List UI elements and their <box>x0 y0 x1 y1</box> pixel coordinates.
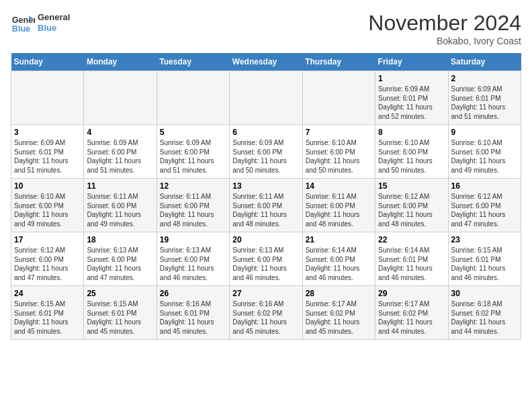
logo: General Blue General Blue <box>11 11 70 35</box>
calendar-cell: 23Sunrise: 6:15 AM Sunset: 6:01 PM Dayli… <box>448 232 521 286</box>
weekday-header: Wednesday <box>230 53 302 71</box>
day-number: 27 <box>232 289 299 298</box>
month-title: November 2024 <box>368 11 521 36</box>
day-info: Sunrise: 6:13 AM Sunset: 6:00 PM Dayligh… <box>87 246 153 282</box>
calendar-cell: 9Sunrise: 6:10 AM Sunset: 6:00 PM Daylig… <box>448 125 521 179</box>
calendar-week-row: 10Sunrise: 6:10 AM Sunset: 6:00 PM Dayli… <box>11 179 521 232</box>
weekday-header: Sunday <box>11 53 84 71</box>
weekday-header: Saturday <box>448 53 521 71</box>
day-number: 26 <box>160 289 226 298</box>
calendar-cell: 3Sunrise: 6:09 AM Sunset: 6:01 PM Daylig… <box>11 125 84 179</box>
calendar-cell: 2Sunrise: 6:09 AM Sunset: 6:01 PM Daylig… <box>448 71 521 125</box>
day-info: Sunrise: 6:11 AM Sunset: 6:00 PM Dayligh… <box>160 192 226 228</box>
calendar-cell: 16Sunrise: 6:12 AM Sunset: 6:00 PM Dayli… <box>448 179 521 232</box>
calendar-cell: 4Sunrise: 6:09 AM Sunset: 6:00 PM Daylig… <box>84 125 157 179</box>
day-number: 15 <box>378 181 445 191</box>
calendar-cell: 10Sunrise: 6:10 AM Sunset: 6:00 PM Dayli… <box>11 179 84 232</box>
title-block: November 2024 Bokabo, Ivory Coast <box>368 11 521 46</box>
day-number: 8 <box>378 128 445 137</box>
day-info: Sunrise: 6:09 AM Sunset: 6:00 PM Dayligh… <box>160 138 226 175</box>
day-info: Sunrise: 6:09 AM Sunset: 6:00 PM Dayligh… <box>87 138 153 175</box>
calendar-cell: 5Sunrise: 6:09 AM Sunset: 6:00 PM Daylig… <box>157 125 229 179</box>
weekday-header-row: SundayMondayTuesdayWednesdayThursdayFrid… <box>11 53 521 71</box>
logo-blue: Blue <box>38 23 70 34</box>
day-number: 23 <box>451 235 518 244</box>
day-number: 12 <box>160 181 226 191</box>
weekday-header: Friday <box>375 53 448 71</box>
day-info: Sunrise: 6:11 AM Sunset: 6:00 PM Dayligh… <box>232 192 299 228</box>
calendar-cell: 20Sunrise: 6:13 AM Sunset: 6:00 PM Dayli… <box>230 232 302 286</box>
calendar-cell: 12Sunrise: 6:11 AM Sunset: 6:00 PM Dayli… <box>157 179 229 232</box>
day-info: Sunrise: 6:12 AM Sunset: 6:00 PM Dayligh… <box>14 246 81 282</box>
calendar-table: SundayMondayTuesdayWednesdayThursdayFrid… <box>11 53 521 340</box>
calendar-cell: 8Sunrise: 6:10 AM Sunset: 6:00 PM Daylig… <box>375 125 448 179</box>
calendar-week-row: 1Sunrise: 6:09 AM Sunset: 6:01 PM Daylig… <box>11 71 521 125</box>
calendar-cell: 14Sunrise: 6:11 AM Sunset: 6:00 PM Dayli… <box>302 179 375 232</box>
calendar-cell <box>157 71 229 125</box>
calendar-week-row: 24Sunrise: 6:15 AM Sunset: 6:01 PM Dayli… <box>11 286 521 340</box>
calendar-cell: 18Sunrise: 6:13 AM Sunset: 6:00 PM Dayli… <box>84 232 157 286</box>
day-info: Sunrise: 6:16 AM Sunset: 6:02 PM Dayligh… <box>232 300 299 336</box>
day-info: Sunrise: 6:10 AM Sunset: 6:00 PM Dayligh… <box>378 138 445 175</box>
day-number: 4 <box>87 128 153 137</box>
day-info: Sunrise: 6:09 AM Sunset: 6:00 PM Dayligh… <box>232 138 299 175</box>
weekday-header: Tuesday <box>157 53 229 71</box>
day-number: 9 <box>451 128 518 137</box>
page-header: General Blue General Blue November 2024 … <box>11 11 521 46</box>
calendar-cell: 27Sunrise: 6:16 AM Sunset: 6:02 PM Dayli… <box>230 286 302 340</box>
day-info: Sunrise: 6:15 AM Sunset: 6:01 PM Dayligh… <box>87 300 153 336</box>
day-info: Sunrise: 6:09 AM Sunset: 6:01 PM Dayligh… <box>14 138 81 175</box>
day-number: 17 <box>14 235 81 244</box>
day-info: Sunrise: 6:13 AM Sunset: 6:00 PM Dayligh… <box>232 246 299 282</box>
day-info: Sunrise: 6:14 AM Sunset: 6:00 PM Dayligh… <box>306 246 372 282</box>
day-number: 19 <box>160 235 226 244</box>
calendar-cell: 19Sunrise: 6:13 AM Sunset: 6:00 PM Dayli… <box>157 232 229 286</box>
day-info: Sunrise: 6:11 AM Sunset: 6:00 PM Dayligh… <box>87 192 153 228</box>
day-number: 22 <box>378 235 445 244</box>
day-info: Sunrise: 6:17 AM Sunset: 6:02 PM Dayligh… <box>378 300 445 336</box>
day-info: Sunrise: 6:12 AM Sunset: 6:00 PM Dayligh… <box>378 192 445 228</box>
day-number: 1 <box>378 74 445 83</box>
day-info: Sunrise: 6:15 AM Sunset: 6:01 PM Dayligh… <box>451 246 518 282</box>
day-number: 10 <box>14 181 81 191</box>
calendar-cell <box>11 71 84 125</box>
day-number: 24 <box>14 289 81 298</box>
day-info: Sunrise: 6:14 AM Sunset: 6:01 PM Dayligh… <box>378 246 445 282</box>
calendar-week-row: 3Sunrise: 6:09 AM Sunset: 6:01 PM Daylig… <box>11 125 521 179</box>
day-info: Sunrise: 6:09 AM Sunset: 6:01 PM Dayligh… <box>451 85 518 121</box>
day-info: Sunrise: 6:13 AM Sunset: 6:00 PM Dayligh… <box>160 246 226 282</box>
day-info: Sunrise: 6:10 AM Sunset: 6:00 PM Dayligh… <box>451 138 518 175</box>
day-info: Sunrise: 6:17 AM Sunset: 6:02 PM Dayligh… <box>306 300 372 336</box>
calendar-cell <box>302 71 375 125</box>
calendar-cell: 30Sunrise: 6:18 AM Sunset: 6:02 PM Dayli… <box>448 286 521 340</box>
day-info: Sunrise: 6:11 AM Sunset: 6:00 PM Dayligh… <box>306 192 372 228</box>
day-info: Sunrise: 6:10 AM Sunset: 6:00 PM Dayligh… <box>306 138 372 175</box>
day-number: 3 <box>14 128 81 137</box>
day-number: 16 <box>451 181 518 191</box>
day-info: Sunrise: 6:18 AM Sunset: 6:02 PM Dayligh… <box>451 300 518 336</box>
day-info: Sunrise: 6:09 AM Sunset: 6:01 PM Dayligh… <box>378 85 445 121</box>
day-number: 20 <box>232 235 299 244</box>
day-number: 29 <box>378 289 445 298</box>
calendar-cell: 29Sunrise: 6:17 AM Sunset: 6:02 PM Dayli… <box>375 286 448 340</box>
weekday-header: Monday <box>84 53 157 71</box>
calendar-cell: 15Sunrise: 6:12 AM Sunset: 6:00 PM Dayli… <box>375 179 448 232</box>
day-number: 13 <box>232 181 299 191</box>
day-info: Sunrise: 6:16 AM Sunset: 6:01 PM Dayligh… <box>160 300 226 336</box>
location-subtitle: Bokabo, Ivory Coast <box>368 36 521 46</box>
calendar-cell: 22Sunrise: 6:14 AM Sunset: 6:01 PM Dayli… <box>375 232 448 286</box>
calendar-cell: 7Sunrise: 6:10 AM Sunset: 6:00 PM Daylig… <box>302 125 375 179</box>
calendar-cell: 26Sunrise: 6:16 AM Sunset: 6:01 PM Dayli… <box>157 286 229 340</box>
day-number: 11 <box>87 181 153 191</box>
logo-general: General <box>38 12 70 23</box>
day-number: 7 <box>306 128 372 137</box>
logo-icon: General Blue <box>11 11 35 35</box>
day-number: 21 <box>306 235 372 244</box>
calendar-cell: 13Sunrise: 6:11 AM Sunset: 6:00 PM Dayli… <box>230 179 302 232</box>
day-number: 25 <box>87 289 153 298</box>
day-number: 30 <box>451 289 518 298</box>
day-number: 28 <box>306 289 372 298</box>
day-info: Sunrise: 6:15 AM Sunset: 6:01 PM Dayligh… <box>14 300 81 336</box>
day-info: Sunrise: 6:12 AM Sunset: 6:00 PM Dayligh… <box>451 192 518 228</box>
calendar-cell <box>230 71 302 125</box>
